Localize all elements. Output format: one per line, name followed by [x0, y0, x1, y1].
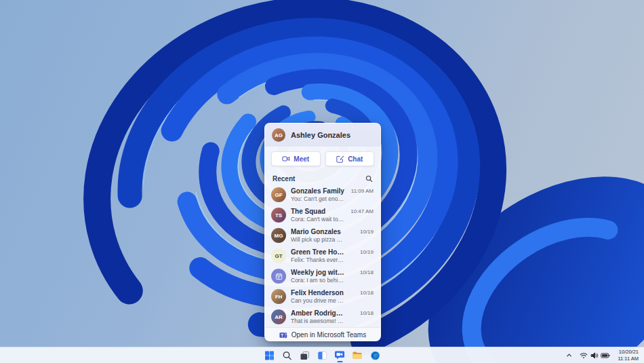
avatar: GT — [271, 248, 286, 263]
taskbar-tray: 10/20/21 11:11 AM — [564, 347, 641, 363]
chat-list-item[interactable]: GT Green Tree House PTA Felix: Thanks ev… — [265, 246, 380, 266]
chat-time: 10/18 — [360, 290, 374, 296]
avatar — [271, 269, 286, 284]
chat-time: 10/19 — [360, 249, 374, 255]
search-icon — [282, 351, 291, 360]
chat-time: 10/18 — [360, 310, 374, 316]
user-name: Ashley Gonzales — [291, 131, 350, 139]
microsoft-edge-icon — [370, 351, 380, 360]
chat-list-item[interactable]: FH Felix Henderson Can you drive me to t… — [265, 286, 380, 307]
chat-preview: Will pick up pizza after my practice. — [291, 236, 344, 243]
file-explorer-icon — [353, 350, 363, 360]
chat-list-item[interactable]: Weekly jog with Cora Cora: I am so behin… — [265, 266, 380, 286]
start-button[interactable] — [262, 348, 277, 363]
search-icon[interactable] — [365, 175, 373, 183]
taskbar: 10/20/21 11:11 AM — [0, 347, 644, 363]
chat-name: The Squad — [291, 208, 344, 216]
meet-button[interactable]: Meet — [271, 151, 321, 166]
file-explorer-button[interactable] — [350, 348, 365, 363]
search-button[interactable] — [280, 348, 294, 363]
quick-settings-button[interactable] — [578, 349, 611, 362]
compose-icon — [336, 155, 344, 163]
hidden-icons-button[interactable] — [564, 349, 573, 362]
teams-chat-flyout: AG Ashley Gonzales Meet Chat Recent GF — [264, 123, 381, 341]
windows-logo-icon — [264, 351, 274, 360]
chat-time: 10:47 AM — [350, 208, 374, 214]
open-in-teams-label: Open in Microsoft Teams — [291, 331, 366, 339]
avatar: MG — [271, 228, 286, 243]
meet-button-label: Meet — [294, 155, 309, 163]
chat-name: Felix Henderson — [291, 289, 344, 298]
avatar: TS — [271, 208, 286, 223]
teams-chat-icon — [335, 350, 345, 360]
chat-panel-actions: Meet Chat — [265, 147, 380, 172]
chat-preview: Cora: I am so behind on my step goals. — [291, 277, 344, 284]
widgets-icon — [317, 351, 327, 360]
widgets-button[interactable] — [315, 348, 329, 363]
chat-name: Weekly jog with Cora — [291, 269, 344, 278]
chat-preview: Felix: Thanks everyone for attending tod… — [291, 256, 344, 263]
teams-chat-button[interactable] — [333, 348, 347, 363]
avatar: AR — [271, 309, 286, 324]
chat-name: Mario Gonzales — [291, 228, 344, 237]
chat-name: Green Tree House PTA — [291, 248, 344, 257]
avatar: FH — [271, 289, 286, 304]
open-in-teams-button[interactable]: Open in Microsoft Teams — [265, 327, 380, 341]
chat-name: Gonzales Family — [291, 187, 344, 196]
taskbar-center-icons — [262, 347, 382, 363]
chat-preview: You: Can't get enough of her. — [291, 195, 344, 202]
wifi-icon — [579, 349, 588, 362]
video-camera-icon — [282, 155, 290, 163]
calendar-icon — [275, 273, 283, 280]
chat-preview: Can you drive me to the PTA today? — [291, 297, 344, 304]
chat-list-item[interactable]: MG Mario Gonzales Will pick up pizza aft… — [265, 225, 380, 246]
recent-chat-list: GF Gonzales Family You: Can't get enough… — [265, 185, 380, 327]
volume-icon — [590, 349, 599, 362]
chat-list-item[interactable]: TS The Squad Cora: Can't wait to see eve… — [265, 205, 380, 225]
tray-time: 11:11 AM — [618, 356, 639, 362]
task-view-button[interactable] — [298, 348, 312, 363]
chat-list-item[interactable]: GF Gonzales Family You: Can't get enough… — [265, 185, 380, 205]
task-view-icon — [300, 351, 309, 360]
chat-name: Amber Rodriguez — [291, 309, 344, 318]
user-avatar[interactable]: AG — [272, 128, 285, 142]
recent-header-row: Recent — [265, 172, 380, 185]
chat-time: 11:09 AM — [351, 188, 374, 194]
chat-list-item[interactable]: AR Amber Rodriguez That is awesome! Love… — [265, 307, 380, 327]
edge-button[interactable] — [368, 348, 382, 363]
chat-preview: That is awesome! Love it! — [291, 318, 344, 324]
clock[interactable]: 10/20/21 11:11 AM — [616, 348, 641, 362]
chat-button-label: Chat — [348, 155, 363, 163]
recent-label: Recent — [273, 175, 295, 183]
chat-time: 10/18 — [360, 269, 374, 275]
chat-panel-header: AG Ashley Gonzales — [265, 123, 380, 147]
battery-icon — [601, 349, 610, 362]
microsoft-teams-logo-icon — [279, 331, 287, 339]
chat-button[interactable]: Chat — [325, 151, 375, 166]
tray-date: 10/20/21 — [618, 349, 639, 355]
avatar: GF — [271, 187, 286, 202]
chat-time: 10/19 — [360, 229, 374, 235]
chat-preview: Cora: Can't wait to see everyone! — [291, 216, 344, 223]
chevron-up-icon — [566, 352, 572, 358]
